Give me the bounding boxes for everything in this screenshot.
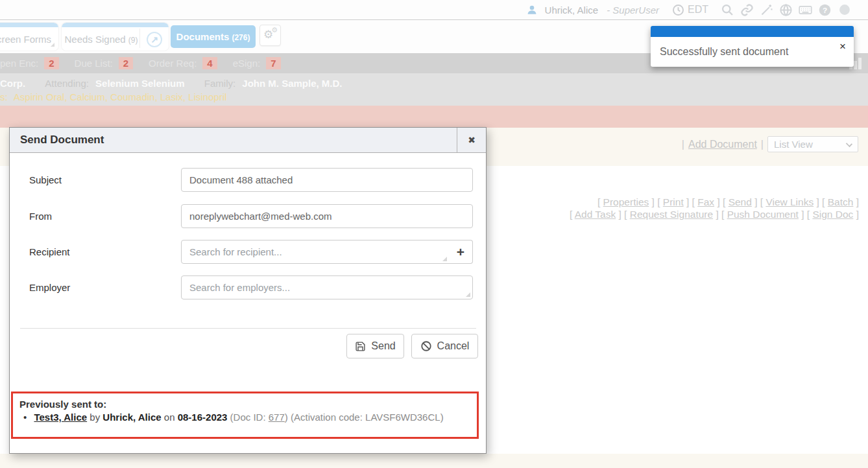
activation-code: (Activation code: LAVSF6WD36CL) [291,412,444,423]
toast-notification: Successfully sent document × [651,26,854,67]
dialog-title: Send Document [20,128,104,152]
employer-placeholder: Search for employers... [189,282,290,293]
employer-search-input[interactable]: Search for employers... [181,275,473,299]
status-badge[interactable]: 7 [266,57,280,69]
tab-screen-forms[interactable]: creen Forms [0,23,58,51]
user-icon [525,3,539,17]
subject-label: Subject [29,174,62,185]
status-badge[interactable]: 2 [119,57,133,69]
from-input[interactable] [181,204,473,228]
tab-documents-count: (276) [232,33,250,42]
sent-recipient-link[interactable]: Test3, Alice [34,412,87,423]
documents-toolbar: | Add Document | List View [682,136,858,152]
popout-icon[interactable]: ↗ [147,32,162,47]
toast-close-icon[interactable]: × [839,41,846,52]
toast-accent-bar [651,26,854,37]
tab-documents-label: Documents [176,31,230,42]
button-divider [20,328,476,329]
save-icon [355,341,366,352]
tab-needs-signed-label: Needs Signed (9) [63,34,139,45]
document-action-link[interactable]: Add Task [570,209,624,220]
status-counter[interactable]: Due List: 2 [75,57,134,69]
allergies-label: s: [0,91,8,102]
bullet-icon: • [23,412,27,423]
view-mode-select[interactable]: List View [767,136,858,152]
wand-icon[interactable] [760,3,773,17]
patient-allergies-line: s: Aspirin Oral, Calcium, Coumadin, Lasi… [0,91,226,102]
document-action-link[interactable]: Push Document [721,209,807,220]
document-action-link[interactable]: Batch [822,196,859,207]
toast-message: Successfully sent document [660,46,788,58]
tab-divider [139,29,140,48]
document-action-link[interactable]: Send [723,196,760,207]
doc-id-link[interactable]: 677 [269,412,285,423]
doc-id-prefix: (Doc ID: [230,412,266,423]
tab-corner-mark [51,43,54,47]
send-document-dialog: Send Document ✖ Subject From Recipient S… [9,127,487,454]
subject-input[interactable] [181,168,473,192]
family-value: John M. Sample, M.D. [242,78,342,89]
dialog-header[interactable]: Send Document ✖ [10,128,486,153]
svg-text:?: ? [823,5,827,14]
previously-sent-heading: Previously sent to: [19,399,470,410]
add-recipient-button[interactable]: + [449,240,473,264]
document-action-link[interactable]: Request Signature [624,209,721,220]
status-badge[interactable]: 4 [202,57,217,69]
employer-value: Corp. [0,78,25,89]
user-role: - SuperUser [607,5,659,16]
attending-label: Attending: [45,78,89,89]
allergies-list: Aspirin Oral, Calcium, Coumadin, Lasix, … [14,91,226,102]
sent-by-name: Uhrick, Alice [102,412,161,423]
clock-icon [671,3,685,17]
previously-sent-section: Previously sent to: • Test3, Alice by Uh… [11,392,479,439]
recipient-label: Recipient [29,246,70,257]
document-action-links: PropertiesPrintFaxSendView LinksBatch Ad… [570,196,859,220]
send-button[interactable]: Send [346,334,404,358]
chevron-down-icon [846,141,852,147]
resize-handle-icon[interactable] [442,257,447,261]
alert-band [0,106,868,128]
resize-handle-icon[interactable] [466,292,470,297]
document-action-link[interactable]: View Links [760,196,822,207]
cancel-button[interactable]: Cancel [411,334,478,358]
patient-header: Corp. Attending: Selenium Selenium Famil… [0,73,868,106]
tab-settings-button[interactable]: ⚙ ⚙ [259,25,281,46]
recipient-placeholder: Search for recipient... [189,246,282,257]
status-badge[interactable]: 2 [44,57,58,69]
status-dot-icon [838,3,851,17]
tab-needs-signed[interactable]: Needs Signed (9) ↗ [62,23,169,51]
cancel-icon [420,340,432,352]
from-label: From [29,211,52,222]
timezone-label: EDT [688,4,708,16]
cancel-button-label: Cancel [437,340,470,352]
tab-screen-forms-label: creen Forms [0,34,58,45]
document-action-link[interactable]: Fax [692,196,723,207]
link-icon[interactable] [740,3,754,17]
status-counter[interactable]: Order Req: 4 [149,57,217,69]
help-icon[interactable]: ? [818,3,832,17]
search-icon[interactable] [721,3,734,17]
status-counter[interactable]: eSign: 7 [233,57,281,69]
top-bar: Uhrick, Alice - SuperUser EDT ? [0,0,868,20]
family-label: Family: [204,78,235,89]
document-action-link[interactable]: Properties [597,196,657,207]
employer-label: Employer [29,282,70,293]
status-counter[interactable]: pen Enc: 2 [0,57,59,69]
bottom-strip [0,454,868,468]
document-action-link[interactable]: Sign Doc [807,209,859,220]
tab-documents[interactable]: Documents (276) [171,25,256,48]
patient-providers-line: Corp. Attending: Selenium Selenium Famil… [0,78,343,89]
sent-date: 08-16-2023 [178,412,228,423]
recipient-search-input[interactable]: Search for recipient... [181,240,450,264]
add-document-link[interactable]: Add Document [688,139,757,150]
doc-id-suffix: ) [285,412,288,423]
document-action-link[interactable]: Print [657,196,692,207]
globe-icon[interactable] [779,3,793,17]
dialog-close-button[interactable]: ✖ [457,128,486,152]
previously-sent-entry: • Test3, Alice by Uhrick, Alice on 08-16… [19,412,470,423]
gear-small-icon: ⚙ [271,26,278,34]
send-button-label: Send [371,340,395,352]
user-name[interactable]: Uhrick, Alice [545,5,599,16]
keyboard-icon[interactable] [799,3,812,17]
view-mode-value: List View [774,139,813,150]
